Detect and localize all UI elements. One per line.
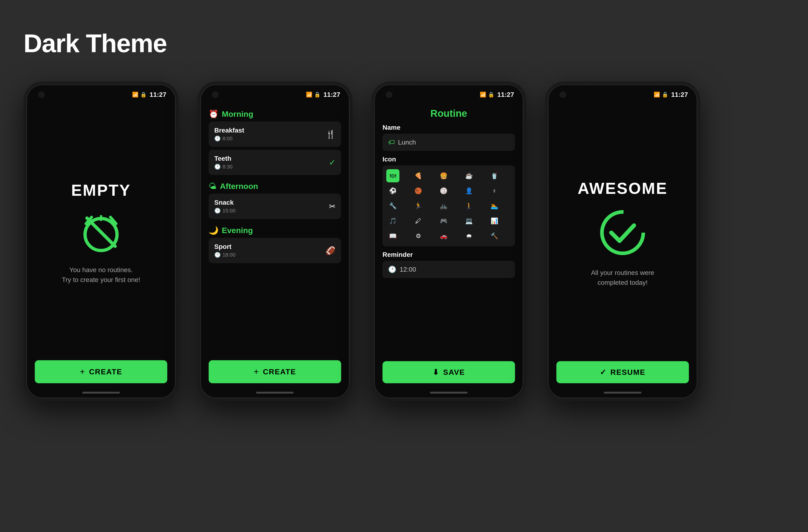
sport-info: Sport 🕐 18:00 (214, 243, 235, 258)
camera-hole-4 (559, 91, 566, 98)
wifi-icon-3: 📶 (480, 92, 486, 98)
routine-sport[interactable]: Sport 🕐 18:00 🏈 (209, 238, 341, 263)
page-title: Dark Theme (23, 28, 167, 58)
morning-icon: ⏰ (209, 109, 219, 119)
status-bar-4: 📶 🔒 11:27 (548, 84, 697, 101)
routine-snack[interactable]: Snack 🕐 15:00 ✂ (209, 194, 341, 219)
icon-cell-3[interactable]: ☕ (462, 169, 476, 182)
wifi-icon: 📶 (132, 92, 139, 98)
icon-cell-6[interactable]: 🏀 (411, 184, 425, 197)
icon-cell-11[interactable]: 🏃 (411, 199, 425, 213)
phone-awesome: 📶 🔒 11:27 AWESOME All your routines were… (545, 81, 700, 401)
icon-cell-15[interactable]: 🎵 (386, 214, 400, 227)
teeth-time: 🕐 8:30 (214, 164, 233, 170)
status-icons-2: 📶 🔒 (306, 92, 320, 98)
icon-cell-16[interactable]: 🖊 (411, 214, 425, 227)
icon-cell-17[interactable]: 🎮 (437, 214, 450, 227)
status-bar-3: 📶 🔒 11:27 (374, 84, 524, 101)
icon-cell-2[interactable]: 🍔 (437, 169, 450, 182)
camera-hole-2 (212, 91, 219, 98)
name-label: Name (383, 124, 515, 131)
camera-hole (38, 91, 44, 98)
section-evening-header: 🌙 Evening (209, 222, 341, 238)
icon-cell-4[interactable]: 🥤 (488, 169, 501, 182)
section-morning-header: ⏰ Morning (209, 106, 341, 122)
list-screen: ⏰ Morning Breakfast 🕐 8:00 🍴 Te (200, 101, 350, 388)
icon-cell-14[interactable]: 🏊 (488, 199, 501, 213)
snack-name: Snack (214, 199, 235, 206)
sport-icon: 🏈 (326, 246, 335, 255)
lock-icon-2: 🔒 (314, 92, 320, 98)
phone-empty: 📶 🔒 11:27 EMPTY You have no routines. Tr… (23, 81, 179, 401)
icon-cell-19[interactable]: 📊 (488, 214, 501, 227)
breakfast-info: Breakfast 🕐 8:00 (214, 127, 244, 142)
icon-cell-1[interactable]: 🍕 (411, 169, 425, 182)
create-button-2[interactable]: + CREATE (209, 360, 341, 383)
save-label: SAVE (443, 368, 465, 377)
wifi-icon-4: 📶 (654, 92, 660, 98)
lock-icon: 🔒 (140, 92, 147, 98)
empty-content: EMPTY You have no routines. Try to creat… (35, 106, 167, 360)
teeth-check-icon: ✓ (329, 158, 335, 167)
reminder-time-value: 12:00 (400, 266, 416, 273)
form-screen: Routine Name 🏷 Lunch Icon 🍽 🍕 🍔 ☕ 🥤 ⚽ 🏀 … (374, 101, 524, 388)
breakfast-time: 🕐 8:00 (214, 135, 244, 142)
phone-form: 📶 🔒 11:27 Routine Name 🏷 Lunch Icon 🍽 🍕 … (371, 81, 526, 401)
icon-cell-5[interactable]: ⚽ (386, 184, 400, 197)
plus-icon-2: + (254, 367, 259, 377)
status-bar-2: 📶 🔒 11:27 (200, 84, 350, 101)
status-bar-1: 📶 🔒 11:27 (26, 84, 176, 101)
reminder-input[interactable]: 🕐 12:00 (383, 261, 515, 278)
empty-text-line1: You have no routines. (62, 265, 140, 275)
clock-icon-breakfast: 🕐 (214, 135, 221, 142)
icon-cell-23[interactable]: 🌧 (462, 230, 476, 242)
save-button[interactable]: ⬇ SAVE (383, 361, 515, 383)
phone-list: 📶 🔒 11:27 ⏰ Morning Breakfast 🕐 8:00 (197, 81, 352, 401)
snack-icon: ✂ (329, 202, 335, 211)
resume-button[interactable]: ✓ RESUME (556, 361, 689, 383)
routine-breakfast[interactable]: Breakfast 🕐 8:00 🍴 (209, 122, 341, 147)
list-content: ⏰ Morning Breakfast 🕐 8:00 🍴 Te (209, 106, 341, 383)
status-time-2: 11:27 (323, 91, 340, 98)
name-input-icon: 🏷 (388, 139, 395, 146)
icons-grid: 🍽 🍕 🍔 ☕ 🥤 ⚽ 🏀 🏐 👤 ♀ 🔧 🏃 🚲 🚶 🏊 🎵 (383, 165, 515, 246)
icon-cell-9[interactable]: ♀ (488, 184, 501, 197)
routine-teeth[interactable]: Teeth 🕐 8:30 ✓ (209, 150, 341, 175)
home-indicator-2 (256, 392, 294, 393)
svg-point-5 (602, 212, 643, 253)
alarm-off-icon (77, 209, 125, 256)
icon-cell-22[interactable]: 🚗 (437, 230, 450, 242)
svg-point-0 (85, 219, 117, 251)
reminder-label: Reminder (383, 251, 515, 258)
afternoon-icon: 🌤 (209, 182, 217, 191)
evening-title: Evening (222, 226, 253, 235)
icon-cell-21[interactable]: ⚙ (411, 230, 425, 242)
plus-icon-1: + (80, 367, 85, 377)
checkmark-icon (597, 207, 648, 258)
wifi-icon-2: 📶 (306, 92, 312, 98)
home-indicator-4 (604, 392, 641, 393)
section-afternoon-header: 🌤 Afternoon (209, 178, 341, 194)
clock-icon-teeth: 🕐 (214, 164, 221, 170)
reminder-clock-icon: 🕐 (388, 265, 397, 273)
awesome-screen: AWESOME All your routines were completed… (548, 101, 697, 388)
icon-cell-13[interactable]: 🚶 (462, 199, 476, 213)
snack-time: 🕐 15:00 (214, 208, 235, 214)
name-input[interactable]: 🏷 Lunch (383, 134, 515, 151)
status-time-3: 11:27 (497, 91, 514, 98)
create-label-1: CREATE (89, 368, 122, 376)
clock-icon-snack: 🕐 (214, 208, 221, 214)
icon-cell-8[interactable]: 👤 (462, 184, 476, 197)
create-button-1[interactable]: + CREATE (35, 360, 167, 383)
breakfast-name: Breakfast (214, 127, 244, 134)
clock-icon-sport: 🕐 (214, 252, 221, 258)
icon-cell-12[interactable]: 🚲 (437, 199, 450, 213)
icon-cell-0[interactable]: 🍽 (386, 169, 400, 182)
icon-cell-7[interactable]: 🏐 (437, 184, 450, 197)
icon-cell-24[interactable]: 🔨 (488, 230, 501, 242)
status-time-1: 11:27 (149, 91, 166, 98)
icon-cell-20[interactable]: 📖 (386, 230, 400, 242)
icon-cell-18[interactable]: 💻 (462, 214, 476, 227)
icon-cell-10[interactable]: 🔧 (386, 199, 400, 213)
snack-info: Snack 🕐 15:00 (214, 199, 235, 214)
